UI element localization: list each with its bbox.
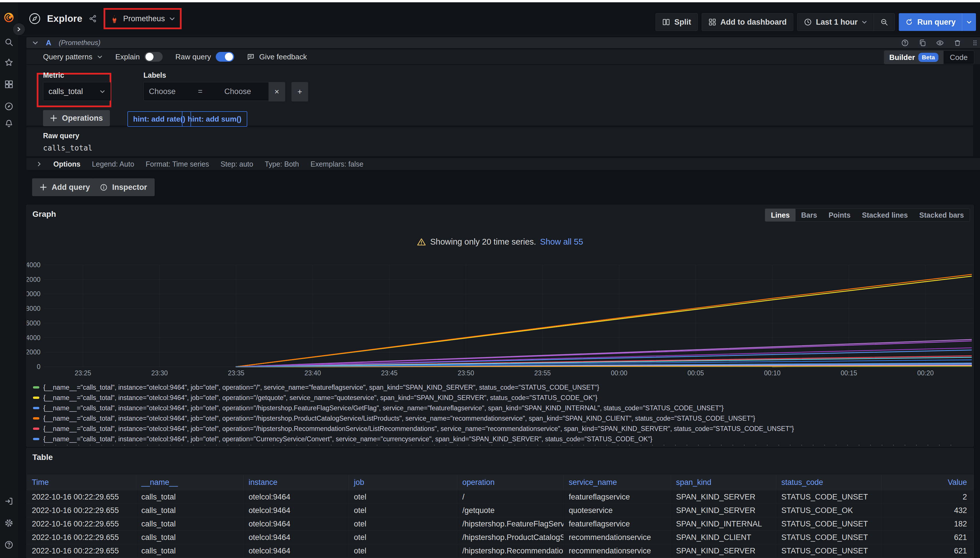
legend-swatch — [33, 417, 39, 420]
table-cell: 621 — [881, 544, 973, 558]
explain-toggle[interactable] — [144, 52, 163, 62]
graph-mode-tabs: LinesBarsPointsStacked linesStacked bars — [765, 208, 970, 222]
builder-tab[interactable]: Builder Beta — [884, 51, 944, 64]
column-header-span_kind[interactable]: span_kind — [671, 474, 776, 490]
labels-label: Labels — [143, 71, 166, 79]
graph-mode-bars[interactable]: Bars — [796, 209, 823, 222]
chevron-down-icon — [100, 89, 105, 94]
drag-handle-icon[interactable] — [971, 39, 979, 47]
column-header-instance[interactable]: instance — [243, 474, 349, 490]
operations-button[interactable]: Operations — [43, 110, 110, 126]
column-header-service_name[interactable]: service_name — [564, 474, 671, 490]
run-query-dropdown[interactable] — [962, 13, 976, 31]
add-query-button[interactable]: Add query — [32, 178, 97, 196]
delete-query-trash-icon[interactable] — [954, 39, 961, 47]
time-series-chart[interactable]: 0200040006000800010000120001400023:2523:… — [27, 258, 973, 379]
plus-icon — [39, 184, 47, 191]
datasource-picker[interactable]: Prometheus — [104, 8, 182, 29]
table-cell: otel — [349, 531, 457, 544]
query-builder-editor: Metric calls_total Labels Choose = Choos… — [26, 65, 973, 126]
builder-code-switch: Builder Beta Code — [884, 51, 974, 64]
legend-swatch — [33, 438, 39, 440]
split-button[interactable]: Split — [656, 13, 698, 31]
legend-item[interactable]: {__name__="calls_total", instance="otelc… — [33, 434, 794, 444]
collapse-chevron-icon[interactable] — [32, 39, 38, 46]
options-legend: Legend: Auto — [92, 160, 134, 168]
settings-gear-icon[interactable] — [4, 519, 13, 528]
svg-text:23:40: 23:40 — [304, 369, 321, 377]
alerting-bell-icon[interactable] — [4, 119, 13, 128]
svg-text:23:25: 23:25 — [75, 369, 91, 377]
legend-text: {__name__="calls_total", instance="otelc… — [43, 404, 723, 412]
split-icon — [662, 18, 670, 26]
graph-mode-lines[interactable]: Lines — [765, 209, 795, 222]
dashboards-icon[interactable] — [4, 80, 13, 89]
query-options-row[interactable]: Options Legend: Auto Format: Time series… — [26, 158, 980, 170]
column-header-time[interactable]: Time — [27, 474, 136, 490]
legend-swatch — [33, 407, 39, 409]
starred-icon[interactable] — [4, 58, 13, 67]
hint-add-sum-button[interactable]: hint: add sum() — [182, 111, 247, 127]
svg-text:23:55: 23:55 — [534, 369, 551, 377]
column-header-job[interactable]: job — [349, 474, 457, 490]
remove-label-filter-button[interactable]: × — [268, 82, 285, 102]
inspector-button[interactable]: Inspector — [92, 178, 155, 196]
column-header-value[interactable]: Value — [881, 474, 973, 490]
graph-mode-stacked-lines[interactable]: Stacked lines — [857, 209, 914, 222]
code-tab[interactable]: Code — [944, 53, 974, 62]
add-label-filter-button[interactable]: + — [291, 82, 308, 102]
add-to-dashboard-button[interactable]: Add to dashboard — [702, 13, 793, 31]
column-header-operation[interactable]: operation — [457, 474, 564, 490]
table-row: 2022-10-16 00:22:29.655calls_totalotelco… — [27, 517, 973, 531]
raw-query-label: Raw query — [175, 53, 211, 61]
add-to-dashboard-label: Add to dashboard — [720, 18, 787, 27]
copy-query-icon[interactable] — [919, 39, 926, 47]
legend-text: {__name__="calls_total", instance="otelc… — [43, 425, 794, 433]
add-query-label: Add query — [52, 183, 90, 192]
options-title: Options — [53, 160, 81, 168]
metric-select[interactable]: calls_total — [43, 82, 111, 101]
graph-mode-stacked-bars[interactable]: Stacked bars — [913, 209, 970, 222]
give-feedback-label: Give feedback — [259, 53, 307, 61]
time-range-picker[interactable]: Last 1 hour — [797, 13, 874, 31]
sign-in-icon[interactable] — [4, 497, 13, 506]
grafana-logo-icon[interactable] — [2, 11, 15, 24]
svg-text:00:15: 00:15 — [840, 369, 857, 377]
run-query-button[interactable]: Run query — [899, 13, 976, 31]
column-header-__name__[interactable]: __name__ — [136, 474, 243, 490]
column-header-status_code[interactable]: status_code — [776, 474, 881, 490]
give-feedback-link[interactable]: Give feedback — [247, 53, 307, 61]
query-row-header[interactable]: A (Prometheus) — [26, 37, 980, 48]
help-icon[interactable] — [4, 540, 13, 550]
legend-item[interactable]: {__name__="calls_total", instance="otelc… — [33, 382, 794, 392]
legend-item[interactable]: {__name__="calls_total", instance="otelc… — [33, 413, 794, 423]
builder-label: Builder — [890, 53, 915, 62]
operations-label: Operations — [62, 114, 103, 123]
table-cell: 2022-10-16 00:22:29.655 — [27, 490, 136, 504]
zoom-out-time-button[interactable] — [873, 13, 895, 31]
query-help-icon[interactable] — [901, 39, 909, 47]
query-patterns-dropdown[interactable]: Query patterns — [43, 53, 103, 61]
plus-icon: + — [298, 87, 302, 96]
legend-text: {__name__="calls_total", instance="otelc… — [43, 394, 597, 402]
hint-add-rate-button[interactable]: hint: add rate() — [127, 111, 191, 127]
show-all-series-link[interactable]: Show all 55 — [540, 237, 583, 246]
expand-sidebar-button[interactable] — [13, 23, 25, 36]
query-patterns-label: Query patterns — [43, 53, 92, 61]
explore-compass-icon[interactable] — [4, 102, 13, 111]
legend-item[interactable]: {__name__="calls_total", instance="otelc… — [33, 423, 794, 434]
table-cell: featureflagservice — [564, 517, 671, 531]
graph-mode-points[interactable]: Points — [823, 209, 856, 222]
share-icon[interactable] — [89, 14, 97, 23]
hide-query-eye-icon[interactable] — [936, 39, 944, 47]
raw-query-toggle[interactable] — [216, 52, 234, 62]
legend-item[interactable]: {__name__="calls_total", instance="otelc… — [33, 403, 794, 413]
refresh-icon — [905, 18, 913, 26]
prometheus-icon — [110, 14, 119, 23]
table-cell: 2022-10-16 00:22:29.655 — [27, 504, 136, 517]
search-icon[interactable] — [4, 38, 13, 47]
inspector-label: Inspector — [112, 183, 147, 192]
table-cell: /hipstershop.FeatureFlagServi... — [457, 517, 564, 531]
svg-text:00:20: 00:20 — [917, 369, 934, 377]
legend-item[interactable]: {__name__="calls_total", instance="otelc… — [33, 392, 794, 403]
